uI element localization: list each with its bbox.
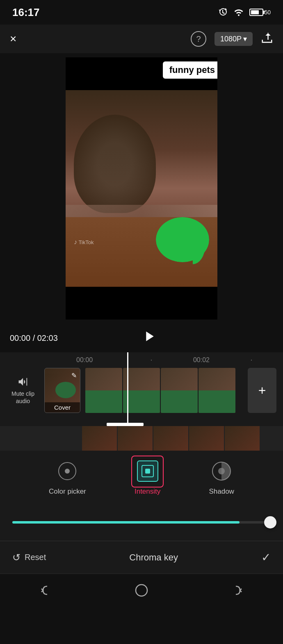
color-picker-tool[interactable]: Color picker (49, 459, 86, 496)
timeline-bottom-bar (107, 423, 144, 426)
cover-label: Cover (45, 402, 80, 413)
chroma-key-title: Chroma key (129, 552, 178, 563)
nav-bar (0, 574, 283, 606)
status-bar: 16:17 50 (0, 0, 283, 25)
nav-back-button[interactable] (40, 583, 55, 598)
bot-thumb-1 (82, 426, 117, 451)
timeline-container[interactable]: 00:00 · 00:02 · Mute clipaudio ✎ Cover (0, 352, 283, 426)
bot-thumb-2 (118, 426, 153, 451)
export-button[interactable] (261, 32, 273, 47)
add-icon: + (258, 383, 266, 398)
total-time: 02:03 (37, 333, 58, 342)
svg-point-3 (136, 585, 147, 596)
color-picker-icon-wrap (55, 459, 80, 483)
bot-thumb-3 (153, 426, 188, 451)
confirm-button[interactable]: ✓ (261, 551, 271, 564)
toolbar-right: ? 1080P ▾ (191, 31, 273, 47)
color-picker-icon (58, 462, 76, 480)
nav-recent-button[interactable] (228, 583, 243, 598)
intensity-label: Intensity (135, 488, 160, 496)
playback-bar: 00:00 / 02:03 (0, 324, 283, 352)
mute-label: Mute clipaudio (11, 390, 34, 405)
slider-track[interactable] (12, 521, 271, 524)
bottom-thumbnail-strip (0, 426, 283, 451)
timeline-tracks: Mute clipaudio ✎ Cover + (0, 364, 283, 417)
status-icons: 50 (218, 7, 271, 17)
strip-thumb-green-2 (123, 390, 160, 413)
mute-control[interactable]: Mute clipaudio (7, 376, 39, 405)
shadow-icon-wrap (209, 459, 234, 483)
timestamp-2: 00:02 (176, 356, 226, 364)
nav-recent-icon (228, 583, 243, 598)
tiktok-watermark: ♪ TikTok (74, 238, 94, 246)
cover-thumbnail[interactable]: ✎ Cover (44, 368, 80, 413)
reset-button[interactable]: ↺ Reset (12, 552, 46, 563)
slider-section[interactable] (0, 504, 283, 541)
nav-home-button[interactable] (134, 583, 149, 598)
bottom-controls: ↺ Reset Chroma key ✓ (0, 541, 283, 574)
reset-icon: ↺ (12, 552, 21, 563)
shadow-tool[interactable]: Shadow (209, 459, 234, 496)
cover-edit-icon: ✎ (71, 372, 77, 379)
video-container: ♪ TikTok funny pets (0, 53, 283, 324)
close-button[interactable]: × (10, 33, 16, 45)
active-border (131, 456, 164, 488)
time-display: 00:00 / 02:03 (10, 333, 58, 343)
slider-thumb[interactable] (264, 516, 276, 528)
quality-button[interactable]: 1080P ▾ (215, 32, 253, 46)
battery-level: 50 (264, 9, 271, 16)
video-content: ♪ TikTok (66, 90, 217, 287)
nav-home-icon (134, 583, 149, 598)
strip-thumb-green-1 (85, 390, 122, 413)
intensity-tool[interactable]: Intensity (135, 459, 160, 496)
text-overlay: funny pets (163, 61, 217, 79)
battery-indicator: 50 (249, 9, 271, 16)
playhead (127, 352, 128, 426)
current-time: 00:00 (10, 333, 30, 342)
status-time: 16:17 (12, 6, 40, 19)
video-black-bottom (66, 287, 217, 320)
video-frame: ♪ TikTok funny pets (66, 57, 217, 320)
shadow-label: Shadow (209, 488, 234, 496)
color-picker-dot (65, 469, 70, 474)
top-toolbar: × ? 1080P ▾ (0, 25, 283, 53)
cat-silhouette (74, 115, 156, 213)
timestamp-1: 00:00 (76, 356, 126, 364)
shadow-icon (211, 460, 232, 482)
strip-thumb-green-3 (161, 390, 198, 413)
quality-label: 1080P (220, 35, 242, 43)
strip-thumb-3 (161, 368, 198, 413)
svg-point-2 (218, 468, 225, 474)
tool-options: Color picker Intensity Shadow (0, 451, 283, 504)
slider-fill (12, 521, 240, 524)
play-icon (141, 328, 157, 345)
timestamp-dot-1: · (126, 356, 176, 364)
mute-icon (16, 376, 30, 388)
bot-thumb-4 (189, 426, 224, 451)
upload-icon (261, 32, 273, 44)
quality-arrow: ▾ (243, 34, 247, 43)
strip-thumb-2 (123, 368, 160, 413)
play-button[interactable] (141, 328, 157, 348)
reset-label: Reset (25, 553, 46, 562)
help-button[interactable]: ? (191, 31, 206, 47)
bot-thumb-5 (225, 426, 260, 451)
strip-thumb-green-4 (199, 390, 235, 413)
add-clip-button[interactable]: + (248, 368, 276, 413)
color-picker-label: Color picker (49, 488, 86, 496)
wifi-icon (233, 7, 244, 17)
strip-thumb-1 (85, 368, 122, 413)
alarm-icon (218, 7, 228, 17)
timestamp-dot-2: · (226, 356, 276, 364)
shadow-svg (211, 460, 232, 482)
strip-thumb-4 (199, 368, 235, 413)
video-strip[interactable] (85, 368, 243, 413)
timeline-timestamps: 00:00 · 00:02 · (0, 352, 283, 364)
nav-back-icon (40, 583, 55, 598)
